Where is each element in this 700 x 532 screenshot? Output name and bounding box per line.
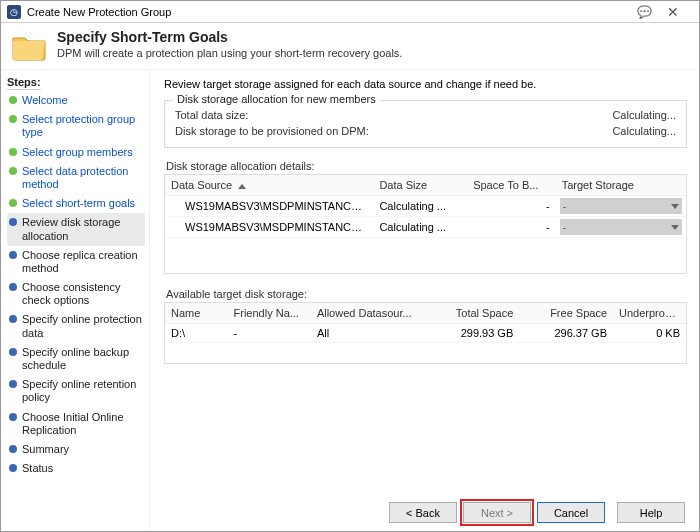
col-total[interactable]: Total Space — [425, 303, 519, 324]
details-table: Data Source Data Size Space To B... Targ… — [165, 175, 686, 238]
avail-table-wrap: Name Friendly Na... Allowed Datasour... … — [164, 302, 687, 364]
step-label: Summary — [22, 443, 69, 456]
wizard-buttons: < Back Next > Cancel Help — [389, 502, 685, 523]
window-title: Create New Protection Group — [27, 6, 635, 18]
step-bullet-icon — [9, 283, 17, 291]
table-row[interactable]: D:\-All299.93 GB296.37 GB0 KB — [165, 324, 686, 343]
cell-name: D:\ — [165, 324, 228, 343]
cell-friendly: - — [228, 324, 311, 343]
details-table-wrap: Data Source Data Size Space To B... Targ… — [164, 174, 687, 274]
cell-free: 296.37 GB — [519, 324, 613, 343]
col-free[interactable]: Free Space — [519, 303, 613, 324]
close-icon[interactable]: ✕ — [653, 4, 693, 20]
wizard-step[interactable]: Welcome — [7, 91, 145, 110]
step-bullet-icon — [9, 199, 17, 207]
step-bullet-icon — [9, 464, 17, 472]
sort-asc-icon — [238, 184, 246, 189]
table-row[interactable]: WS19MABSV3\MSDPMINSTANCE\ReportServe...C… — [165, 196, 686, 217]
step-bullet-icon — [9, 348, 17, 356]
wizard-step[interactable]: Select short-term goals — [7, 194, 145, 213]
wizard-step: Choose Initial Online Replication — [7, 408, 145, 440]
step-label: Specify online protection data — [22, 313, 143, 339]
wizard-step: Review disk storage allocation — [7, 213, 145, 245]
cell-size: Calculating ... — [373, 217, 467, 238]
wizard-step: Specify online backup schedule — [7, 343, 145, 375]
step-bullet-icon — [9, 96, 17, 104]
step-label[interactable]: Select protection group type — [22, 113, 143, 139]
wizard-step: Specify online protection data — [7, 310, 145, 342]
prov-value: Calculating... — [612, 125, 676, 137]
folder-icon — [11, 31, 47, 61]
total-size-label: Total data size: — [175, 109, 248, 121]
wizard-step: Specify online retention policy — [7, 375, 145, 407]
step-bullet-icon — [9, 445, 17, 453]
step-label: Specify online retention policy — [22, 378, 143, 404]
col-data-size[interactable]: Data Size — [373, 175, 467, 196]
target-storage-combo[interactable]: - — [560, 198, 682, 214]
step-bullet-icon — [9, 380, 17, 388]
cell-datasource: WS19MABSV3\MSDPMINSTANCE\ReportServe... — [165, 217, 373, 238]
cell-space: - — [467, 217, 556, 238]
step-bullet-icon — [9, 218, 17, 226]
step-bullet-icon — [9, 413, 17, 421]
back-button[interactable]: < Back — [389, 502, 457, 523]
wizard-sidebar: Steps: WelcomeSelect protection group ty… — [1, 70, 149, 530]
chevron-down-icon — [671, 225, 679, 230]
wizard-step: Choose replica creation method — [7, 246, 145, 278]
help-button[interactable]: Help — [617, 502, 685, 523]
wizard-step[interactable]: Select data protection method — [7, 162, 145, 194]
intro-text: Review target storage assigned for each … — [164, 78, 687, 90]
wizard-step[interactable]: Select group members — [7, 143, 145, 162]
cell-space: - — [467, 196, 556, 217]
cell-size: Calculating ... — [373, 196, 467, 217]
wizard-step: Summary — [7, 440, 145, 459]
step-bullet-icon — [9, 251, 17, 259]
step-label[interactable]: Select group members — [22, 146, 133, 159]
cell-allowed: All — [311, 324, 426, 343]
step-label: Choose replica creation method — [22, 249, 143, 275]
table-row[interactable]: WS19MABSV3\MSDPMINSTANCE\ReportServe...C… — [165, 217, 686, 238]
avail-table: Name Friendly Na... Allowed Datasour... … — [165, 303, 686, 343]
total-size-value: Calculating... — [612, 109, 676, 121]
avail-section-label: Available target disk storage: — [166, 288, 687, 300]
col-allowed[interactable]: Allowed Datasour... — [311, 303, 426, 324]
step-label: Choose Initial Online Replication — [22, 411, 143, 437]
feedback-icon[interactable]: 💬 — [635, 5, 653, 19]
wizard-step: Status — [7, 459, 145, 478]
alloc-groupbox: Disk storage allocation for new members … — [164, 100, 687, 148]
step-label: Choose consistency check options — [22, 281, 143, 307]
col-data-source[interactable]: Data Source — [165, 175, 373, 196]
cancel-button[interactable]: Cancel — [537, 502, 605, 523]
target-storage-combo[interactable]: - — [560, 219, 682, 235]
app-icon: ◷ — [7, 5, 21, 19]
step-label: Review disk storage allocation — [22, 216, 143, 242]
col-target[interactable]: Target Storage — [556, 175, 686, 196]
steps-list: WelcomeSelect protection group typeSelec… — [7, 91, 145, 478]
banner: Specify Short-Term Goals DPM will create… — [1, 23, 699, 70]
wizard-step: Choose consistency check options — [7, 278, 145, 310]
col-name[interactable]: Name — [165, 303, 228, 324]
page-title: Specify Short-Term Goals — [57, 29, 687, 45]
sidebar-heading: Steps: — [7, 76, 145, 88]
col-space[interactable]: Space To B... — [467, 175, 556, 196]
step-label: Status — [22, 462, 53, 475]
title-bar: ◷ Create New Protection Group 💬 ✕ — [1, 1, 699, 23]
col-friendly[interactable]: Friendly Na... — [228, 303, 311, 324]
step-bullet-icon — [9, 167, 17, 175]
step-bullet-icon — [9, 115, 17, 123]
details-section-label: Disk storage allocation details: — [166, 160, 687, 172]
step-bullet-icon — [9, 148, 17, 156]
cell-datasource: WS19MABSV3\MSDPMINSTANCE\ReportServe... — [165, 196, 373, 217]
step-label[interactable]: Select short-term goals — [22, 197, 135, 210]
cell-under: 0 KB — [613, 324, 686, 343]
prov-label: Disk storage to be provisioned on DPM: — [175, 125, 369, 137]
step-label: Specify online backup schedule — [22, 346, 143, 372]
col-under[interactable]: Underprovi... — [613, 303, 686, 324]
wizard-step[interactable]: Select protection group type — [7, 110, 145, 142]
step-label[interactable]: Select data protection method — [22, 165, 143, 191]
step-label[interactable]: Welcome — [22, 94, 68, 107]
next-button[interactable]: Next > — [463, 502, 531, 523]
chevron-down-icon — [671, 204, 679, 209]
main-pane: Review target storage assigned for each … — [149, 70, 699, 530]
step-bullet-icon — [9, 315, 17, 323]
